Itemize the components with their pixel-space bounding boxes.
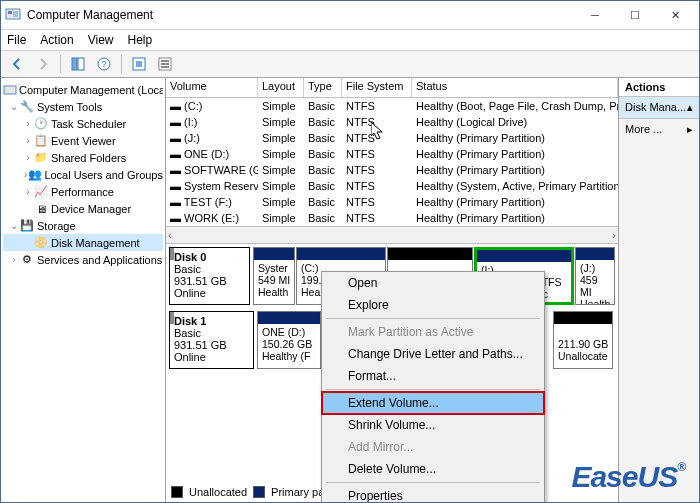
volume-row[interactable]: ▬ (J:)SimpleBasicNTFSHealthy (Primary Pa…: [166, 130, 618, 146]
actions-header: Actions: [619, 78, 699, 97]
col-type[interactable]: Type: [304, 78, 342, 97]
svg-text:?: ?: [101, 59, 106, 69]
tree-shared-folders[interactable]: ›📁Shared Folders: [3, 149, 163, 166]
menubar: File Action View Help: [1, 30, 699, 51]
disk-1-info[interactable]: Disk 1 Basic 931.51 GB Online: [169, 311, 254, 369]
close-button[interactable]: ✕: [655, 3, 695, 27]
partition[interactable]: (J:)459 MIHealth: [575, 247, 615, 305]
ctx-add-mirror: Add Mirror...: [322, 436, 544, 458]
ctx-delete-volume[interactable]: Delete Volume...: [322, 458, 544, 480]
ctx-extend-volume[interactable]: Extend Volume...: [322, 392, 544, 414]
disk-0-info[interactable]: Disk 0 Basic 931.51 GB Online: [169, 247, 250, 305]
app-icon: [5, 7, 21, 23]
toolbar: ?: [1, 51, 699, 78]
col-layout[interactable]: Layout: [258, 78, 304, 97]
volume-row[interactable]: ▬ WORK (E:)SimpleBasicNTFSHealthy (Prima…: [166, 210, 618, 226]
volume-row[interactable]: ▬ (I:)SimpleBasicNTFSHealthy (Logical Dr…: [166, 114, 618, 130]
context-menu: Open Explore Mark Partition as Active Ch…: [321, 271, 545, 503]
back-button[interactable]: [5, 52, 29, 76]
refresh-button[interactable]: [127, 52, 151, 76]
volume-row[interactable]: ▬ ONE (D:)SimpleBasicNTFSHealthy (Primar…: [166, 146, 618, 162]
volume-row[interactable]: ▬ (C:)SimpleBasicNTFSHealthy (Boot, Page…: [166, 98, 618, 114]
ctx-shrink-volume[interactable]: Shrink Volume...: [322, 414, 544, 436]
svg-rect-2: [13, 11, 18, 17]
tree-performance[interactable]: ›📈Performance: [3, 183, 163, 200]
easeus-logo: EaseUS®: [571, 460, 685, 494]
forward-button[interactable]: [31, 52, 55, 76]
ctx-open[interactable]: Open: [322, 272, 544, 294]
titlebar: Computer Management ─ ☐ ✕: [1, 1, 699, 30]
volume-row[interactable]: ▬ SOFTWARE (G:)SimpleBasicNTFSHealthy (P…: [166, 162, 618, 178]
ctx-mark-active: Mark Partition as Active: [322, 321, 544, 343]
legend: Unallocated Primary parti: [171, 486, 333, 498]
maximize-button[interactable]: ☐: [615, 3, 655, 27]
actions-more[interactable]: More ... ▸: [619, 119, 699, 140]
svg-rect-9: [161, 60, 169, 62]
tree-root[interactable]: Computer Management (Local: [3, 81, 163, 98]
ctx-format[interactable]: Format...: [322, 365, 544, 387]
actions-pane: Actions Disk Mana...▴ More ... ▸: [619, 78, 699, 503]
tree-event-viewer[interactable]: ›📋Event Viewer: [3, 132, 163, 149]
ctx-change-drive-letter[interactable]: Change Drive Letter and Paths...: [322, 343, 544, 365]
computer-management-window: Computer Management ─ ☐ ✕ File Action Vi…: [0, 0, 700, 503]
navigation-tree[interactable]: Computer Management (Local ⌄🔧System Tool…: [1, 78, 166, 503]
minimize-button[interactable]: ─: [575, 3, 615, 27]
col-filesystem[interactable]: File System: [342, 78, 412, 97]
tree-storage[interactable]: ⌄💾Storage: [3, 217, 163, 234]
volume-row[interactable]: ▬ System ReservedSimpleBasicNTFSHealthy …: [166, 178, 618, 194]
help-button[interactable]: ?: [92, 52, 116, 76]
tree-device-manager[interactable]: 🖥Device Manager: [3, 200, 163, 217]
legend-primary-icon: [253, 486, 265, 498]
cursor-icon: [371, 122, 387, 140]
volume-list[interactable]: ▬ (C:)SimpleBasicNTFSHealthy (Boot, Page…: [166, 98, 618, 226]
partition[interactable]: 211.90 GBUnallocate: [553, 311, 613, 369]
ctx-explore[interactable]: Explore: [322, 294, 544, 316]
menu-help[interactable]: Help: [128, 33, 153, 47]
volume-row[interactable]: ▬ TEST (F:)SimpleBasicNTFSHealthy (Prima…: [166, 194, 618, 210]
tree-disk-management[interactable]: 📀Disk Management: [3, 234, 163, 251]
svg-rect-12: [4, 86, 16, 94]
svg-rect-1: [8, 11, 12, 14]
svg-rect-11: [161, 66, 169, 68]
svg-rect-4: [78, 58, 84, 70]
legend-unallocated-label: Unallocated: [189, 486, 247, 498]
menu-file[interactable]: File: [7, 33, 26, 47]
volume-list-header[interactable]: Volume Layout Type File System Status: [166, 78, 618, 98]
tree-task-scheduler[interactable]: ›🕑Task Scheduler: [3, 115, 163, 132]
collapse-icon: ▴: [687, 101, 693, 114]
tree-services[interactable]: ›⚙Services and Applications: [3, 251, 163, 268]
window-title: Computer Management: [27, 8, 575, 22]
col-status[interactable]: Status: [412, 78, 618, 97]
tree-local-users[interactable]: ›👥Local Users and Groups: [3, 166, 163, 183]
svg-rect-3: [72, 58, 77, 70]
partition[interactable]: ONE (D:)150.26 GBHealthy (F: [257, 311, 321, 369]
col-volume[interactable]: Volume: [166, 78, 258, 97]
legend-unallocated-icon: [171, 486, 183, 498]
actions-disk-mgmt[interactable]: Disk Mana...▴: [619, 97, 699, 119]
show-hide-tree-button[interactable]: [66, 52, 90, 76]
ctx-properties[interactable]: Properties: [322, 485, 544, 503]
menu-action[interactable]: Action: [40, 33, 73, 47]
tree-system-tools[interactable]: ⌄🔧System Tools: [3, 98, 163, 115]
horizontal-scrollbar[interactable]: ‹›: [166, 226, 618, 244]
partition[interactable]: Syster549 MIHealth: [253, 247, 295, 305]
menu-view[interactable]: View: [88, 33, 114, 47]
settings-button[interactable]: [153, 52, 177, 76]
svg-rect-10: [161, 63, 169, 65]
